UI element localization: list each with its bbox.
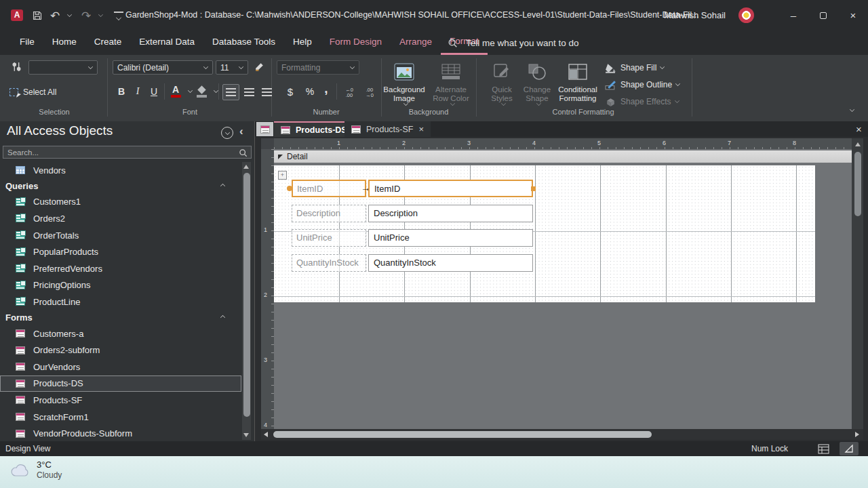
shape-outline-button[interactable]: Shape Outline (605, 77, 680, 92)
nav-section-queries[interactable]: Queries (0, 179, 241, 194)
collapse-section-icon[interactable] (220, 184, 225, 188)
account-name[interactable]: Mahwish Sohail (664, 0, 726, 30)
close-document-icon[interactable] (856, 123, 862, 135)
form-view-button[interactable] (814, 442, 833, 455)
account-avatar[interactable] (738, 7, 754, 23)
customize-quick-access-icon[interactable] (114, 12, 123, 20)
shape-effects-label: Shape Effects (620, 97, 671, 106)
label-quantityinstock[interactable]: QuantityInStock (292, 254, 366, 272)
align-center-button[interactable] (241, 84, 257, 100)
percent-format-button[interactable]: % (301, 83, 319, 100)
scroll-down-icon[interactable] (243, 433, 249, 437)
nav-item-vendors[interactable]: Vendors (0, 162, 241, 179)
undo-icon[interactable] (46, 7, 64, 24)
nav-search-input[interactable] (3, 146, 252, 159)
nav-item-products-ds[interactable]: Products-DS (0, 375, 241, 392)
font-size-combo[interactable]: 11 (216, 60, 248, 75)
nav-item-vendorproducts-subform[interactable]: VendorProducts-Subform (0, 425, 241, 442)
nav-item-orders2-subform[interactable]: Orders2-subform (0, 342, 241, 359)
format-painter-icon[interactable] (254, 61, 265, 75)
increase-decimals-button[interactable]: ←0.00 (340, 85, 358, 101)
nav-item-popularproducts[interactable]: PopularProducts (0, 243, 241, 260)
scroll-up-icon[interactable] (855, 142, 861, 146)
nav-item-customers1[interactable]: Customers1 (0, 194, 241, 211)
save-icon[interactable] (28, 7, 46, 24)
scroll-right-icon[interactable] (855, 432, 859, 437)
textbox-description[interactable]: Description (368, 205, 533, 222)
nav-pane-menu-icon[interactable] (221, 127, 233, 139)
currency-format-button[interactable]: $ (282, 83, 298, 100)
close-button[interactable]: × (838, 0, 868, 30)
textbox-itemid[interactable]: ItemID (368, 180, 533, 197)
undo-chevron-icon[interactable] (67, 12, 72, 17)
layout-move-handle[interactable] (278, 171, 287, 180)
tab-help[interactable]: Help (284, 30, 321, 55)
fill-color-chevron-icon[interactable] (214, 88, 218, 93)
vertical-scrollbar[interactable] (852, 138, 863, 429)
detail-section-bar[interactable]: Detail (274, 150, 852, 163)
tab-arrange[interactable]: Arrange (391, 30, 441, 55)
close-tab-icon[interactable] (418, 124, 424, 134)
tell-me-search[interactable]: Tell me what you want to do (448, 30, 579, 55)
label-description[interactable]: Description (292, 205, 366, 222)
select-all-button[interactable]: Select All (9, 85, 56, 100)
collapse-ribbon-icon[interactable] (850, 107, 854, 112)
redo-icon (77, 7, 95, 24)
scroll-up-icon[interactable] (243, 165, 249, 169)
change-shape-label: Change Shape (519, 85, 555, 103)
nav-item-products-sf[interactable]: Products-SF (0, 392, 241, 409)
nav-item-ourvendors[interactable]: OurVendors (0, 359, 241, 375)
tab-create[interactable]: Create (85, 30, 131, 55)
tab-file[interactable]: File (11, 30, 43, 55)
nav-search-icon[interactable] (239, 148, 248, 160)
italic-button[interactable]: I (130, 83, 145, 100)
maximize-button[interactable] (808, 0, 838, 30)
textbox-quantityinstock[interactable]: QuantityInStock (368, 254, 533, 272)
collapse-section-icon[interactable] (220, 315, 225, 320)
weather-widget[interactable]: 3°C Cloudy (9, 460, 62, 481)
alternate-row-color-label: Alternate Row Color (429, 85, 473, 103)
section-collapse-icon[interactable] (278, 155, 283, 159)
nav-item-pricingoptions[interactable]: PricingOptions (0, 277, 241, 294)
object-selector-combo[interactable] (28, 60, 98, 75)
scroll-thumb[interactable] (273, 431, 652, 438)
fill-color-swatch (197, 95, 207, 98)
doc-tab-products-sf[interactable]: Products-SF (344, 121, 431, 137)
underline-button[interactable]: U (146, 83, 161, 100)
label-itemid[interactable]: ItemID (292, 180, 366, 197)
nav-item-customers-a[interactable]: Customers-a (0, 325, 241, 342)
form-selector-box[interactable] (256, 122, 273, 136)
scroll-left-icon[interactable] (264, 432, 268, 437)
background-color-button[interactable] (194, 83, 209, 100)
label-unitprice[interactable]: UnitPrice (292, 229, 366, 247)
tab-home[interactable]: Home (43, 30, 85, 55)
tab-database-tools[interactable]: Database Tools (203, 30, 284, 55)
nav-scrollbar[interactable] (242, 162, 251, 440)
nav-section-forms[interactable]: Forms (0, 310, 241, 325)
textbox-unitprice[interactable]: UnitPrice (368, 229, 533, 247)
tab-external-data[interactable]: External Data (130, 30, 203, 55)
tab-form-design[interactable]: Form Design (321, 30, 391, 55)
nav-item-scratchform1[interactable]: ScratchForm1 (0, 409, 241, 426)
minimize-button[interactable]: – (778, 0, 808, 30)
font-color-button[interactable]: A (168, 83, 183, 100)
horizontal-scrollbar[interactable] (261, 429, 863, 440)
align-left-button[interactable] (222, 84, 239, 100)
nav-item-productline[interactable]: ProductLine (0, 293, 241, 310)
nav-item-ordertotals[interactable]: OrderTotals (0, 227, 241, 244)
nav-item-preferredvendors[interactable]: PreferredVendors (0, 260, 241, 277)
design-view-button[interactable] (840, 442, 859, 455)
scroll-thumb[interactable] (854, 152, 861, 216)
align-right-button[interactable] (259, 84, 275, 100)
resize-handle-icon[interactable] (531, 186, 536, 191)
comma-format-button[interactable]: , (320, 81, 332, 97)
bold-button[interactable]: B (114, 83, 129, 100)
scroll-thumb[interactable] (243, 173, 250, 417)
nav-item-orders2[interactable]: Orders2 (0, 210, 241, 227)
decrease-decimals-button[interactable]: .00→0 (361, 85, 378, 101)
shape-fill-button[interactable]: Shape Fill (605, 60, 665, 75)
font-color-chevron-icon[interactable] (188, 88, 193, 93)
shutter-bar-close-icon[interactable] (239, 125, 243, 138)
font-family-combo[interactable]: Calibri (Detail) (113, 60, 213, 75)
detail-grid[interactable]: ItemID ItemID Description Description Un… (274, 165, 815, 302)
